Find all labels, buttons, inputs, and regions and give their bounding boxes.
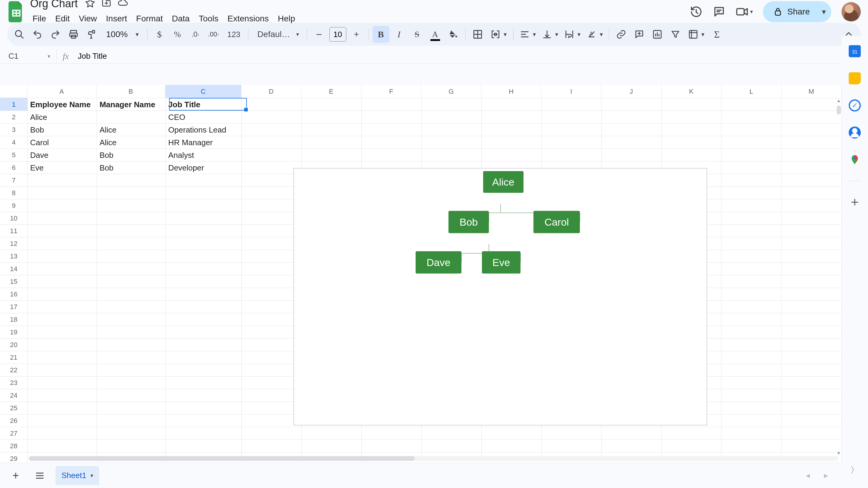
cell-K28[interactable] [661, 440, 721, 452]
cell-M4[interactable] [781, 136, 841, 149]
cell-L15[interactable] [721, 275, 781, 288]
cell-A13[interactable] [28, 250, 97, 263]
filter-views-button[interactable] [685, 26, 707, 43]
menu-view[interactable]: View [74, 11, 101, 26]
row-header-3[interactable]: 3 [0, 124, 28, 136]
cell-D7[interactable] [242, 174, 302, 187]
row-header-25[interactable]: 25 [0, 402, 28, 415]
row-header-15[interactable]: 15 [0, 275, 28, 288]
cell-K4[interactable] [661, 136, 721, 149]
row-header-5[interactable]: 5 [0, 149, 28, 161]
cell-B17[interactable] [97, 301, 166, 313]
cell-D5[interactable] [242, 149, 302, 161]
col-header-I[interactable]: I [541, 85, 601, 98]
cell-L23[interactable] [721, 377, 781, 389]
sheets-logo[interactable] [4, 1, 28, 22]
cell-L25[interactable] [721, 402, 781, 415]
cell-L17[interactable] [721, 301, 781, 313]
scroll-sheets-right[interactable]: ▸ [817, 467, 834, 484]
cell-J27[interactable] [601, 427, 661, 440]
cell-D10[interactable] [242, 212, 302, 225]
col-header-L[interactable]: L [721, 85, 781, 98]
cell-D11[interactable] [242, 225, 302, 237]
cell-J2[interactable] [601, 111, 661, 124]
cell-A18[interactable] [28, 313, 97, 326]
add-sheet-button[interactable]: + [7, 467, 24, 484]
cell-I1[interactable] [541, 98, 601, 111]
vertical-scrollbar[interactable]: ▲▼ [836, 98, 841, 458]
menu-file[interactable]: File [28, 11, 50, 26]
cell-I2[interactable] [541, 111, 601, 124]
cell-C11[interactable] [166, 225, 242, 237]
percent-button[interactable]: % [169, 26, 186, 43]
row-header-1[interactable]: 1 [0, 98, 28, 111]
cell-E1[interactable] [302, 98, 362, 111]
cell-B11[interactable] [97, 225, 166, 237]
get-addons-icon[interactable]: + [849, 196, 861, 208]
cell-K1[interactable] [661, 98, 721, 111]
cell-L11[interactable] [721, 225, 781, 237]
row-header-26[interactable]: 26 [0, 415, 28, 427]
cell-D2[interactable] [242, 111, 302, 124]
cell-J4[interactable] [601, 136, 661, 149]
increase-decimal-button[interactable]: .00↑ [205, 26, 222, 43]
bold-button[interactable]: B [373, 26, 390, 43]
link-button[interactable] [613, 26, 629, 43]
cell-A20[interactable] [28, 338, 97, 351]
row-header-8[interactable]: 8 [0, 187, 28, 199]
cell-D12[interactable] [242, 237, 302, 250]
col-header-K[interactable]: K [661, 85, 721, 98]
cell-D1[interactable] [242, 98, 302, 111]
row-header-17[interactable]: 17 [0, 301, 28, 313]
cell-M27[interactable] [781, 427, 841, 440]
cell-A4[interactable]: Carol [28, 136, 97, 149]
search-menu-button[interactable] [11, 26, 28, 43]
cell-A16[interactable] [28, 288, 97, 301]
cell-K5[interactable] [661, 149, 721, 161]
cell-A24[interactable] [28, 389, 97, 402]
row-header-19[interactable]: 19 [0, 326, 28, 338]
cell-L24[interactable] [721, 389, 781, 402]
cell-L12[interactable] [721, 237, 781, 250]
cell-C3[interactable]: Operations Lead [166, 124, 242, 136]
cell-B12[interactable] [97, 237, 166, 250]
cell-C20[interactable] [166, 338, 242, 351]
share-dropdown[interactable]: ▾ [819, 2, 831, 22]
cell-L20[interactable] [721, 338, 781, 351]
cell-A9[interactable] [28, 199, 97, 212]
undo-button[interactable] [29, 26, 46, 43]
cell-L19[interactable] [721, 326, 781, 338]
tasks-icon[interactable] [849, 99, 861, 111]
cell-M8[interactable] [781, 187, 841, 199]
org-chart[interactable]: AliceBobCarolDaveEve [293, 168, 707, 425]
calendar-icon[interactable] [849, 45, 861, 57]
cell-L10[interactable] [721, 212, 781, 225]
cell-A3[interactable]: Bob [28, 124, 97, 136]
cell-J3[interactable] [601, 124, 661, 136]
more-formats-button[interactable]: 123 [223, 26, 244, 43]
cell-A19[interactable] [28, 326, 97, 338]
cell-F2[interactable] [362, 111, 422, 124]
col-header-G[interactable]: G [421, 85, 481, 98]
menu-data[interactable]: Data [167, 11, 194, 26]
menu-edit[interactable]: Edit [51, 11, 74, 26]
cell-I3[interactable] [541, 124, 601, 136]
cell-B13[interactable] [97, 250, 166, 263]
cell-I28[interactable] [541, 440, 601, 452]
org-node-carol[interactable]: Carol [533, 211, 580, 233]
cell-C28[interactable] [166, 440, 242, 452]
maps-icon[interactable] [849, 154, 861, 166]
borders-button[interactable] [469, 26, 486, 43]
row-header-18[interactable]: 18 [0, 313, 28, 326]
cell-A26[interactable] [28, 415, 97, 427]
cell-C21[interactable] [166, 351, 242, 364]
cell-D18[interactable] [242, 313, 302, 326]
paint-format-button[interactable] [83, 26, 100, 43]
cell-B20[interactable] [97, 338, 166, 351]
cell-M22[interactable] [781, 364, 841, 377]
cell-M14[interactable] [781, 263, 841, 275]
cell-A15[interactable] [28, 275, 97, 288]
org-node-alice[interactable]: Alice [483, 171, 524, 193]
cell-M24[interactable] [781, 389, 841, 402]
horizontal-scrollbar[interactable] [29, 456, 838, 461]
